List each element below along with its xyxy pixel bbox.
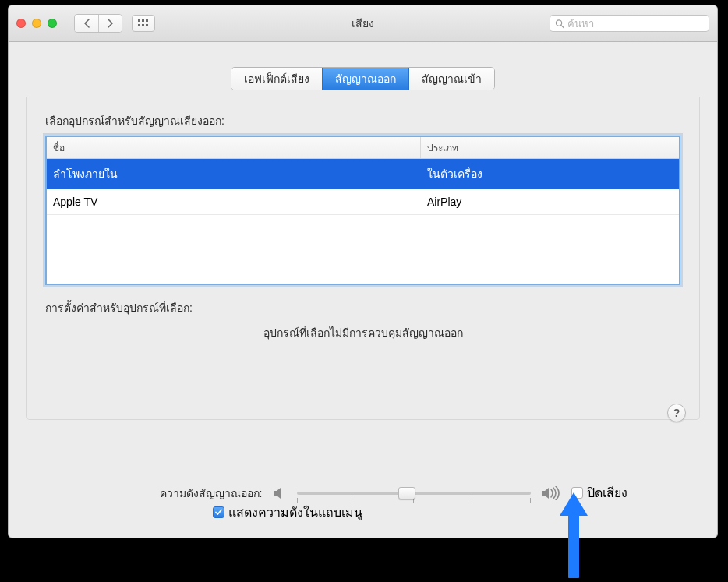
mute-label: ปิดเสียง xyxy=(587,483,627,503)
svg-rect-0 xyxy=(138,19,140,22)
tab-input[interactable]: สัญญาณเข้า xyxy=(408,68,494,90)
window-title: เสียง xyxy=(352,15,374,32)
search-field[interactable] xyxy=(550,15,709,32)
table-header: ชื่อ ประเภท xyxy=(47,137,679,159)
no-output-controls-text: อุปกรณ์ที่เลือกไม่มีการควบคุมสัญญาณออก xyxy=(45,324,680,404)
svg-rect-4 xyxy=(142,24,144,26)
zoom-window-button[interactable] xyxy=(48,19,57,28)
show-all-button[interactable] xyxy=(132,15,155,32)
tab-bar: เอฟเฟ็กต์เสียง สัญญาณออก สัญญาณเข้า xyxy=(9,67,717,90)
device-name: ลำโพงภายใน xyxy=(53,165,427,182)
output-volume-label: ความดังสัญญาณออก: xyxy=(99,485,263,502)
back-button[interactable] xyxy=(75,15,98,32)
svg-rect-2 xyxy=(146,19,148,22)
footer: ความดังสัญญาณออก: ปิดเสียง แ xyxy=(9,483,717,522)
column-name[interactable]: ชื่อ xyxy=(47,137,421,158)
close-window-button[interactable] xyxy=(16,19,26,28)
search-input[interactable] xyxy=(567,18,704,30)
svg-rect-5 xyxy=(146,24,148,26)
minimize-window-button[interactable] xyxy=(32,19,41,28)
show-volume-menubar-label: แสดงความดังในแถบเมนู xyxy=(228,503,362,522)
device-settings-label: การตั้งค่าสำหรับอุปกรณ์ที่เลือก: xyxy=(45,299,680,316)
select-device-label: เลือกอุปกรณ์สำหรับสัญญาณเสียงออก: xyxy=(45,112,680,129)
chevron-left-icon xyxy=(83,19,90,28)
tab-sound-effects[interactable]: เอฟเฟ็กต์เสียง xyxy=(231,68,322,90)
show-volume-menubar-checkbox[interactable] xyxy=(213,506,224,518)
device-row-apple-tv[interactable]: Apple TV AirPlay xyxy=(47,189,679,215)
speaker-low-icon xyxy=(272,486,288,500)
sound-preferences-window: เสียง เอฟเฟ็กต์เสียง สัญญาณออก สัญญาณเข้… xyxy=(8,5,718,538)
check-icon xyxy=(214,508,223,517)
mute-checkbox[interactable] xyxy=(571,487,583,499)
grid-icon xyxy=(138,19,149,27)
column-kind[interactable]: ประเภท xyxy=(421,137,679,158)
forward-button[interactable] xyxy=(98,15,122,32)
search-icon xyxy=(555,19,564,29)
help-button[interactable]: ? xyxy=(667,404,686,422)
output-panel: เลือกอุปกรณ์สำหรับสัญญาณเสียงออก: ชื่อ ป… xyxy=(26,97,700,420)
nav-group xyxy=(74,14,122,33)
output-device-table[interactable]: ชื่อ ประเภท ลำโพงภายใน ในตัวเครื่อง Appl… xyxy=(45,136,680,285)
device-kind: AirPlay xyxy=(427,196,673,208)
window-controls xyxy=(16,19,57,28)
device-name: Apple TV xyxy=(53,196,427,208)
titlebar: เสียง xyxy=(9,5,717,42)
device-row-internal-speakers[interactable]: ลำโพงภายใน ในตัวเครื่อง xyxy=(47,159,679,189)
svg-rect-1 xyxy=(142,19,144,22)
device-kind: ในตัวเครื่อง xyxy=(427,165,673,182)
svg-line-7 xyxy=(561,25,564,27)
chevron-right-icon xyxy=(107,19,114,28)
tab-output[interactable]: สัญญาณออก xyxy=(322,68,408,90)
speaker-high-icon xyxy=(540,486,562,500)
output-volume-slider[interactable] xyxy=(297,485,531,501)
svg-rect-3 xyxy=(138,24,140,26)
output-volume-row: ความดังสัญญาณออก: ปิดเสียง xyxy=(40,483,686,503)
